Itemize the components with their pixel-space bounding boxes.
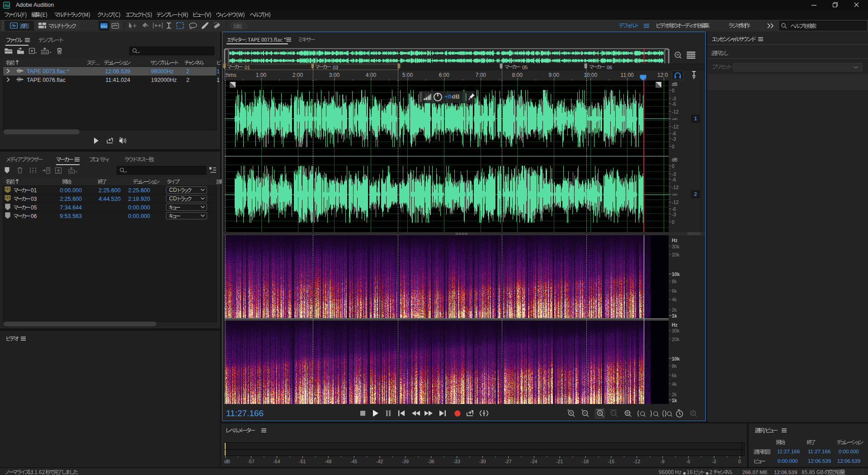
svg-text:Au: Au [4,3,9,8]
